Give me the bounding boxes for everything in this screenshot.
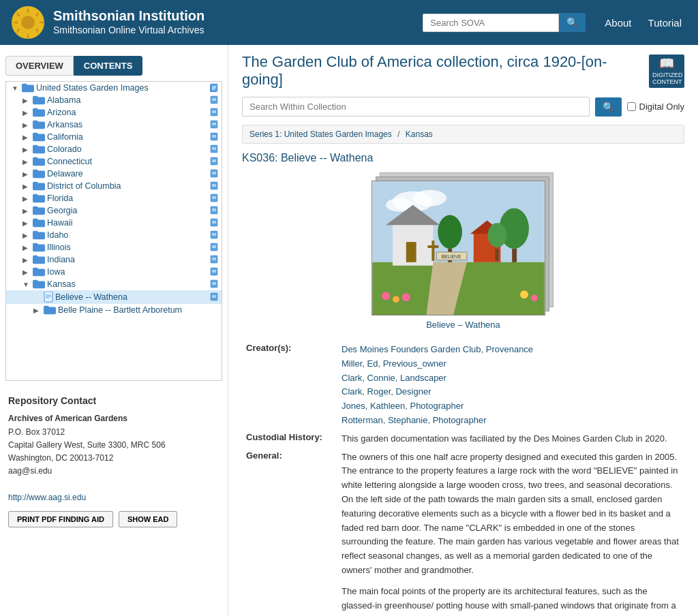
digitized-icon: [209, 144, 219, 154]
tree-selected-item[interactable]: Believe -- Wathena: [6, 290, 222, 304]
digitized-icon: [209, 255, 219, 264]
tree-item-label: Florida: [47, 194, 209, 203]
custodial-row: Custodial History: This garden documenta…: [242, 430, 684, 448]
tree-root[interactable]: ▼ United States Garden Images: [6, 82, 222, 94]
list-item[interactable]: ▶ Belle Plaine -- Bartlett Arboretum: [6, 304, 222, 316]
creator-link-2[interactable]: Miller, Ed, Previous_owner: [342, 357, 680, 371]
folder-icon: [33, 144, 45, 154]
tree-item-label: Connecticut: [47, 157, 209, 166]
tutorial-link[interactable]: Tutorial: [643, 14, 687, 31]
tree-root-label: United States Garden Images: [36, 83, 209, 93]
creator-link-4[interactable]: Clark, Roger, Designer: [342, 385, 680, 399]
list-item[interactable]: ▶ Georgia: [6, 204, 222, 217]
folder-icon: [33, 132, 45, 142]
breadcrumb-location[interactable]: Kansas: [406, 129, 433, 139]
creator-link-6[interactable]: Rotterman, Stephanie, Photographer: [342, 414, 680, 428]
list-item[interactable]: ▶ California: [6, 131, 222, 143]
list-item[interactable]: ▶ Arizona: [6, 106, 222, 119]
list-item[interactable]: ▼ Kansas: [6, 278, 222, 290]
search-button[interactable]: 🔍: [559, 13, 586, 32]
svg-point-95: [520, 290, 528, 298]
digitized-icon: [209, 108, 219, 117]
tree-item-label: Georgia: [47, 206, 209, 215]
list-item[interactable]: ▶ Illinois: [6, 241, 222, 253]
digitized-icon: [209, 230, 219, 240]
digitized-icon: [209, 157, 219, 166]
folder-icon: [33, 267, 45, 277]
image-stack: BELIEVE: [371, 172, 556, 315]
repo-address1: P.O. Box 37012: [8, 426, 219, 439]
svg-rect-79: [406, 242, 416, 262]
general-label: General:: [242, 448, 337, 616]
about-link[interactable]: About: [599, 14, 637, 31]
custodial-text: This garden documentation was faciliated…: [342, 432, 680, 446]
tree-item-label: Idaho: [47, 230, 209, 240]
list-item[interactable]: ▶ Colorado: [6, 143, 222, 155]
institution-name: Smithsonian Institution: [53, 7, 409, 24]
creators-value: Des Moines Founders Garden Club, Provena…: [337, 341, 684, 430]
svg-point-92: [382, 292, 390, 300]
tree-item-label: District of Columbia: [47, 181, 209, 191]
svg-point-96: [530, 294, 537, 301]
repo-buttons: PRINT PDF FINDING AID SHOW EAD: [8, 511, 219, 527]
digitized-icon: [209, 218, 219, 228]
list-item[interactable]: ▶ Idaho: [6, 229, 222, 241]
repo-org-name: Archives of American Gardens: [8, 412, 219, 425]
search-within-button[interactable]: 🔍: [595, 97, 622, 117]
list-item[interactable]: ▶ District of Columbia: [6, 180, 222, 192]
smithsonian-logo: [11, 5, 45, 40]
creator-link-3[interactable]: Clark, Connie, Landscaper: [342, 371, 680, 386]
tree-item-label: Delaware: [47, 169, 209, 179]
digitized-icon: [209, 194, 219, 203]
creator-link-1[interactable]: Des Moines Founders Garden Club, Provena…: [342, 343, 680, 357]
tree-item-label: Belle Plaine -- Bartlett Arboretum: [58, 305, 219, 315]
tree-item-label: Colorado: [47, 144, 209, 154]
breadcrumb-series[interactable]: Series 1: United States Garden Images: [249, 129, 392, 139]
tree-item-label: Iowa: [47, 267, 209, 277]
show-ead-button[interactable]: SHOW EAD: [119, 511, 178, 527]
digitized-icon: [209, 83, 219, 93]
digitized-icon: [209, 132, 219, 142]
svg-rect-91: [427, 245, 438, 248]
tab-overview[interactable]: OVERVIEW: [5, 56, 74, 76]
svg-point-93: [392, 296, 399, 303]
repo-address2: Capital Gallery West, Suite 3300, MRC 50…: [8, 439, 219, 452]
expand-arrow: ▼: [12, 84, 20, 92]
svg-rect-87: [495, 249, 498, 261]
list-item[interactable]: ▶ Arkansas: [6, 119, 222, 131]
list-item[interactable]: ▶ Florida: [6, 192, 222, 204]
list-item[interactable]: ▶ Iowa: [6, 266, 222, 278]
list-item[interactable]: ▶ Hawaii: [6, 217, 222, 229]
folder-icon: [33, 169, 45, 179]
tree-item-label: Kansas: [47, 279, 209, 289]
search-input[interactable]: [423, 14, 559, 32]
contents-tree[interactable]: ▼ United States Garden Images ▶ Alabama: [5, 81, 222, 381]
document-icon: [44, 292, 53, 303]
creators-label: Creator(s):: [242, 341, 337, 430]
tree-item-label: Illinois: [47, 243, 209, 252]
digital-only-option: Digital Only: [627, 102, 684, 112]
search-within-input[interactable]: [242, 97, 590, 117]
breadcrumb: Series 1: United States Garden Images / …: [242, 125, 684, 144]
tab-contents[interactable]: CONTENTS: [74, 56, 143, 76]
print-pdf-button[interactable]: PRINT PDF FINDING AID: [8, 511, 113, 527]
tree-item-label: Hawaii: [47, 218, 209, 228]
digitized-icon: [209, 95, 219, 105]
repo-website-link[interactable]: http://www.aag.si.edu: [8, 493, 86, 502]
institution-subtitle: Smithsonian Online Virtual Archives: [53, 24, 409, 37]
general-text-1: The owners of this one half acre propert…: [342, 450, 680, 578]
list-item[interactable]: ▶ Delaware: [6, 168, 222, 180]
digitized-icon: [209, 206, 219, 215]
folder-icon: [33, 243, 45, 252]
svg-point-94: [401, 293, 410, 301]
digital-only-checkbox[interactable]: [627, 102, 636, 111]
list-item[interactable]: ▶ Connecticut: [6, 155, 222, 168]
svg-rect-85: [512, 249, 517, 262]
list-item[interactable]: ▶ Alabama: [6, 94, 222, 106]
general-row: General: The owners of this one half acr…: [242, 448, 684, 616]
list-item[interactable]: ▶ Indiana: [6, 253, 222, 266]
item-heading: KS036: Believe -- Wathena: [242, 152, 684, 164]
creator-link-5[interactable]: Jones, Kathleen, Photographer: [342, 399, 680, 414]
digitized-icon: [209, 292, 219, 302]
main-image[interactable]: BELIEVE: [371, 181, 545, 315]
